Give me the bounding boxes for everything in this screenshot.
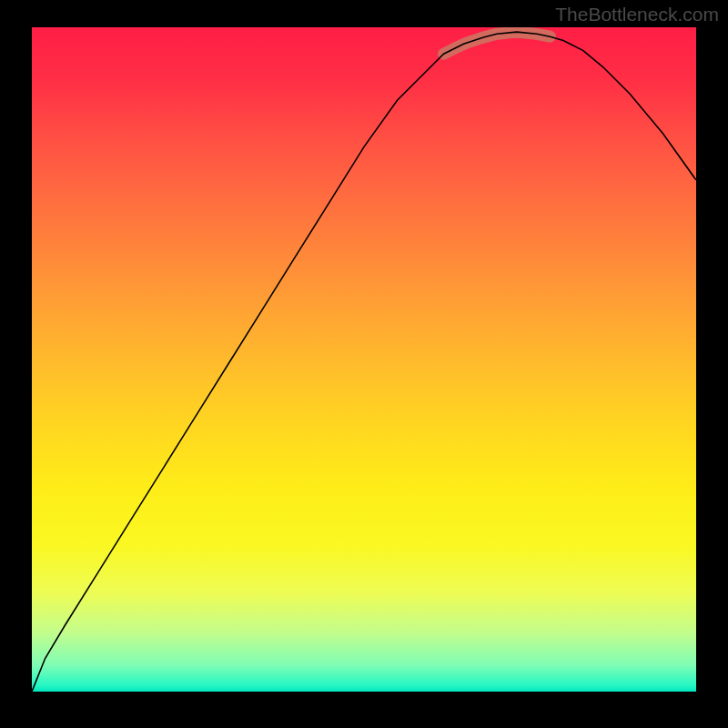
watermark-text: TheBottleneck.com <box>555 4 719 25</box>
bottleneck-highlight <box>444 32 551 54</box>
chart-svg <box>32 27 696 692</box>
plot-area <box>32 27 696 692</box>
bottleneck-curve <box>32 32 696 692</box>
